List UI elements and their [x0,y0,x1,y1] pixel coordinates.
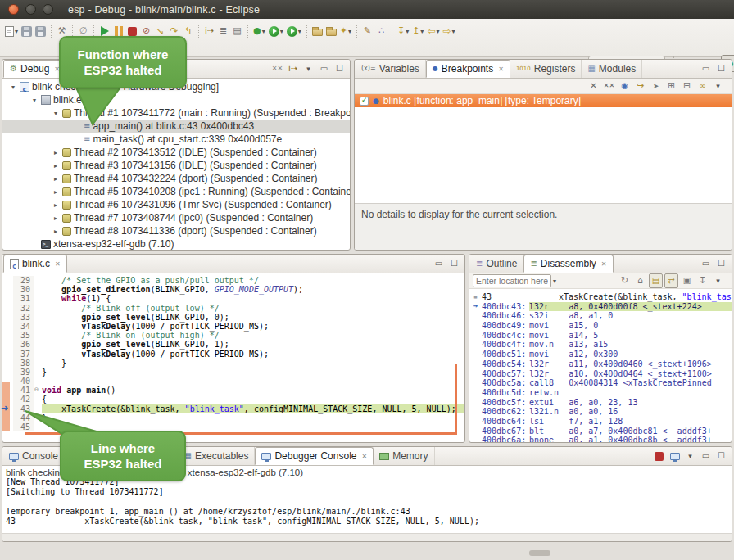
show-breakpoints-for-button[interactable]: ◉ [618,79,632,93]
open-element-button[interactable] [310,22,324,40]
remove-all-terminated-button[interactable]: ✕✕ [270,61,284,76]
view-menu-button[interactable]: ▾ [711,273,725,288]
instruction-stepping-button[interactable]: i⇢ [286,61,300,76]
dropdown-icon[interactable]: ▾ [15,28,18,35]
skip-all-button[interactable]: ➤ [649,79,663,93]
terminate-button[interactable] [652,449,666,463]
pin-editor-button[interactable]: ↧▾ [396,22,410,40]
console-hscrollbar[interactable] [2,533,732,541]
go-to-file-button[interactable]: ↪ [633,79,647,93]
tab-modules[interactable]: ▦Modules [582,60,642,78]
expander-icon[interactable]: ▸ [52,201,60,209]
window-maximize-button[interactable] [43,4,53,15]
link-editor-button[interactable]: ↥▾ [410,22,425,40]
tab-outline[interactable]: ≣Outline [470,255,523,273]
view-menu-button[interactable]: ▾ [711,79,725,93]
debug-tree-row[interactable]: ≡main_task() at cpu_start.c:339 0x400d05… [2,133,350,146]
maximize-button[interactable]: ☐ [714,61,728,76]
new-button[interactable]: ▾ [3,22,20,40]
view-menu-button[interactable]: ▾ [301,61,315,76]
home-button[interactable]: ⌂ [633,273,647,288]
dropdown-icon[interactable]: ▾ [406,28,409,35]
breakpoint-row[interactable]: ●blink.c [function: app_main] [type: Tem… [355,94,732,107]
debug-button[interactable]: ●▾ [251,22,267,40]
minimize-button[interactable]: ▭ [317,61,331,76]
tab-debugger-console[interactable]: Debugger Console✕ [255,447,374,465]
console-output[interactable]: [New Thread 1073411772][Switching to Thr… [2,477,732,526]
tab-variables[interactable]: (x)=Variables [356,60,426,78]
maximize-button[interactable]: ☐ [447,256,461,271]
debug-tree-row[interactable]: ▸Thread #7 1073408744 (ipc0) (Suspended … [2,211,350,224]
debug-tree-row[interactable]: ▸Thread #2 1073413512 (IDLE) (Suspended … [2,146,350,159]
close-icon[interactable]: ✕ [498,65,504,73]
expander-icon[interactable]: ▸ [52,149,60,156]
expander-icon[interactable]: ▾ [30,97,39,104]
location-input[interactable] [473,274,551,287]
tab-executables[interactable]: ▦Executables [179,447,256,465]
maximize-button[interactable]: ☐ [714,256,728,271]
debug-tree-row[interactable]: ▸Thread #4 1073432224 (dport) (Suspended… [2,172,350,185]
tab-breakpoints[interactable]: ●Breakpoints✕ [426,60,510,78]
link-with-debug-button[interactable]: ∞ [695,79,709,93]
mark-occurrences-button[interactable]: ✎ [360,22,374,40]
pin-button[interactable]: ↧ [695,273,709,288]
expander-icon[interactable]: ▸ [52,228,60,235]
instruction-stepping-button[interactable]: i⇢ [202,22,216,40]
annotations-button[interactable]: ∴ [374,22,388,40]
collapse-all-button[interactable]: ⊟ [680,79,694,93]
expander-icon[interactable]: ▸ [52,188,60,196]
debug-tree-row[interactable]: ▸Thread #8 1073411336 (dport) (Suspended… [2,224,350,237]
minimize-button[interactable]: ▭ [699,61,713,76]
view-menu-button[interactable]: ▾ [683,449,697,463]
expander-icon[interactable]: ▸ [52,175,60,183]
tab-registers[interactable]: 1010Registers [510,60,582,78]
minimize-button[interactable]: ▭ [699,256,713,271]
save-all-button[interactable] [34,22,48,40]
location-dropdown-icon[interactable]: ▾ [553,278,556,285]
expander-icon[interactable]: ▾ [9,84,17,91]
expand-all-button[interactable]: ⊞ [664,79,678,93]
remove-button[interactable]: ✕ [587,79,600,93]
fold-marker-icon[interactable]: ⊖ [34,386,42,395]
remove-all-button[interactable]: ✕✕ [602,79,616,93]
tab-debug[interactable]: ⚙Debug✕ [3,60,66,78]
maximize-button[interactable]: ☐ [714,449,728,463]
dropdown-icon[interactable]: ▾ [420,28,424,35]
minimize-button[interactable]: ▭ [699,449,713,463]
external-tools-button[interactable]: ▾ [285,22,303,40]
open-resource-button[interactable] [324,22,338,40]
close-icon[interactable]: ✕ [55,260,61,268]
show-debug-toolbar-button[interactable]: ≣ [216,22,230,40]
expander-icon[interactable]: ▾ [52,110,60,117]
dropdown-icon[interactable]: ▾ [298,28,301,35]
minimize-button[interactable]: ▭ [432,256,446,271]
forward-button[interactable]: ⇨▾ [441,22,456,40]
window-close-button[interactable] [8,4,19,15]
search-button[interactable]: ✦▾ [338,22,353,40]
dropdown-icon[interactable]: ▾ [280,28,283,35]
display-console-button[interactable] [668,449,682,463]
debug-tree-row[interactable]: ▸Thread #3 1073413156 (IDLE) (Suspended … [2,159,350,172]
show-source-button[interactable]: ▤ [649,273,663,288]
back-button[interactable]: ⇦▾ [425,22,441,40]
tab-disassembly[interactable]: ≣Disassembly✕ [523,255,613,273]
close-icon[interactable]: ✕ [601,260,607,268]
refresh-button[interactable]: ↻ [618,273,632,288]
debug-tree-row[interactable]: ▸Thread #6 1073431096 (Tmr Svc) (Suspend… [2,198,350,211]
open-new-view-button[interactable]: ▣ [680,273,694,288]
sync-context-button[interactable]: ⇄ [664,273,678,288]
maximize-button[interactable]: ☐ [333,61,347,76]
debug-tree-row[interactable]: ≡app_main() at blink.c:43 0x400dbc43 [2,120,350,133]
close-icon[interactable]: ✕ [361,453,367,460]
expander-icon[interactable]: ▸ [52,162,60,169]
window-minimize-button[interactable] [25,4,36,15]
debug-tree-row[interactable]: ▸Thread #5 1073410208 (ipc1 : Running) (… [2,185,350,198]
trace-control-button[interactable]: ▤ [230,22,244,40]
dropdown-icon[interactable]: ▾ [436,28,439,35]
dropdown-icon[interactable]: ▾ [452,28,455,35]
save-button[interactable] [20,22,34,40]
dropdown-icon[interactable]: ▾ [262,28,265,35]
scrollbar-thumb[interactable] [529,550,550,556]
tab-memory[interactable]: Memory [374,447,434,465]
expander-icon[interactable]: ▸ [52,215,60,222]
